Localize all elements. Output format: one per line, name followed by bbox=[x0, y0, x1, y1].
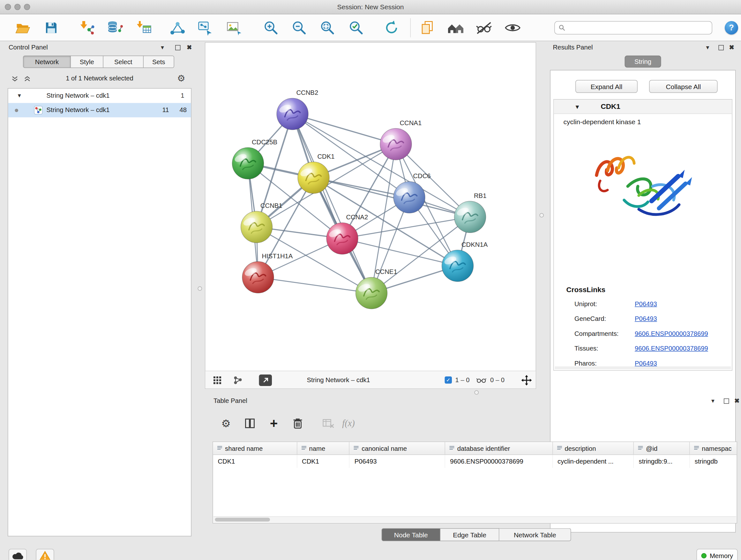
chevron-down-icon[interactable]: ▼ bbox=[575, 104, 580, 110]
search-input[interactable] bbox=[568, 24, 712, 32]
tab-select[interactable]: Select bbox=[104, 56, 144, 68]
network-node-cdkn1a[interactable]: CDKN1A bbox=[442, 241, 488, 282]
global-search-field[interactable] bbox=[554, 21, 712, 35]
open-in-window-button[interactable] bbox=[259, 371, 272, 389]
network-node-hist1h1a[interactable]: HIST1H1A bbox=[242, 253, 293, 294]
import-network-database-button[interactable] bbox=[106, 19, 124, 37]
cell-database-identifier[interactable]: 9606.ENSP00000378699 bbox=[445, 455, 553, 468]
zoom-in-button[interactable] bbox=[262, 19, 280, 37]
network-collection-row[interactable]: ▼ String Network – cdk1 1 bbox=[8, 89, 191, 103]
minimize-window-button[interactable] bbox=[14, 4, 21, 10]
column-header-canonical-name[interactable]: canonical name bbox=[350, 442, 445, 455]
close-panel-icon[interactable]: ✖ bbox=[729, 44, 734, 51]
add-column-button[interactable]: + bbox=[265, 415, 282, 432]
network-edge-ccne1-hist1h1a[interactable] bbox=[258, 277, 372, 294]
save-session-button[interactable] bbox=[42, 19, 60, 37]
expand-all-button[interactable]: Expand All bbox=[576, 80, 637, 93]
tab-sets[interactable]: Sets bbox=[144, 56, 174, 68]
show-all-button[interactable] bbox=[503, 19, 522, 37]
left-splitter-handle[interactable] bbox=[198, 287, 202, 291]
float-panel-icon[interactable] bbox=[724, 398, 729, 404]
close-panel-icon[interactable]: ✖ bbox=[734, 397, 739, 405]
copy-document-button[interactable] bbox=[418, 19, 436, 37]
protein-section-header[interactable]: ▼ CDK1 bbox=[554, 100, 732, 114]
show-columns-button[interactable] bbox=[241, 415, 259, 432]
selected-checkbox-icon[interactable]: ✓ bbox=[445, 376, 452, 384]
network-edge-ccna2-cdkn1a[interactable] bbox=[342, 239, 458, 266]
panel-menu-icon[interactable]: ▾ bbox=[711, 397, 715, 405]
network-view[interactable]: CCNB2CCNA1CDC25BCDK1CDC6RB1CCNB1CCNA2CDK… bbox=[205, 42, 536, 389]
uniprot-link[interactable]: P06493 bbox=[635, 300, 657, 308]
pan-mode-button[interactable] bbox=[522, 371, 532, 389]
column-header-database-identifier[interactable]: database identifier bbox=[445, 442, 553, 455]
network-node-cdc25b[interactable]: CDC25B bbox=[232, 138, 277, 179]
pharos-link[interactable]: P06493 bbox=[635, 360, 657, 367]
network-node-ccna1[interactable]: CCNA1 bbox=[380, 119, 421, 160]
zoom-fit-button[interactable] bbox=[319, 19, 337, 37]
table-row[interactable]: CDK1 CDK1 P06493 9606.ENSP00000378699 cy… bbox=[213, 455, 737, 468]
column-header-id[interactable]: @id bbox=[634, 442, 690, 455]
network-edge-ccnb2-ccna1[interactable] bbox=[293, 114, 396, 144]
tissues-link[interactable]: 9606.ENSP00000378699 bbox=[635, 345, 708, 352]
cell-description[interactable]: cyclin-dependent ... bbox=[553, 455, 634, 468]
network-node-ccnb2[interactable]: CCNB2 bbox=[277, 89, 318, 130]
network-edge-cdk1-rb1[interactable] bbox=[314, 178, 470, 217]
column-header-name[interactable]: name bbox=[297, 442, 350, 455]
string-home-button[interactable] bbox=[447, 19, 465, 37]
function-builder-button[interactable]: f(x) bbox=[340, 415, 357, 432]
apply-layout-button[interactable] bbox=[383, 19, 401, 37]
close-panel-icon[interactable]: ✖ bbox=[187, 44, 192, 51]
network-node-cdc6[interactable]: CDC6 bbox=[394, 172, 431, 213]
column-header-shared-name[interactable]: shared name bbox=[213, 442, 297, 455]
export-image-button[interactable] bbox=[225, 19, 243, 37]
zoom-selected-button[interactable] bbox=[347, 19, 365, 37]
birds-eye-view-button[interactable] bbox=[213, 371, 222, 389]
cell-name[interactable]: CDK1 bbox=[297, 455, 350, 468]
import-table-file-button[interactable] bbox=[135, 19, 153, 37]
tab-network-table[interactable]: Network Table bbox=[499, 528, 571, 542]
network-row-selected[interactable]: String Network – cdk1 11 48 bbox=[8, 103, 191, 118]
genecard-link[interactable]: P06493 bbox=[635, 315, 657, 322]
zoom-window-button[interactable] bbox=[24, 4, 30, 10]
tab-node-table[interactable]: Node Table bbox=[382, 528, 441, 542]
import-network-file-button[interactable] bbox=[77, 19, 96, 37]
float-panel-icon[interactable] bbox=[175, 45, 181, 51]
tab-style[interactable]: Style bbox=[71, 56, 104, 68]
column-header-namespace[interactable]: namespac bbox=[690, 442, 737, 455]
open-session-button[interactable] bbox=[13, 19, 31, 37]
right-splitter-handle[interactable] bbox=[540, 213, 544, 218]
collapse-all-button[interactable]: Collapse All bbox=[649, 80, 718, 93]
panel-menu-icon[interactable]: ▾ bbox=[706, 44, 710, 51]
network-edge-ccnb2-ccne1[interactable] bbox=[293, 114, 372, 293]
cloud-status-button[interactable] bbox=[9, 549, 27, 560]
scrollbar-thumb[interactable] bbox=[215, 518, 270, 522]
tab-network[interactable]: Network bbox=[23, 56, 71, 68]
cell-id[interactable]: stringdb:9... bbox=[634, 455, 690, 468]
help-button[interactable]: ? bbox=[725, 21, 738, 35]
hide-selection-button[interactable] bbox=[475, 19, 493, 37]
cell-namespace[interactable]: stringdb bbox=[690, 455, 737, 468]
horizontal-scrollbar[interactable] bbox=[213, 516, 736, 523]
column-header-description[interactable]: description bbox=[553, 442, 634, 455]
close-window-button[interactable] bbox=[5, 4, 11, 10]
network-style-button[interactable] bbox=[233, 371, 243, 389]
bottom-splitter-handle[interactable] bbox=[475, 390, 479, 395]
float-panel-icon[interactable] bbox=[719, 45, 724, 51]
network-options-gear-icon[interactable]: ⚙ bbox=[177, 73, 185, 83]
memory-button[interactable]: Memory bbox=[697, 549, 738, 560]
chevron-down-icon[interactable]: ▼ bbox=[17, 92, 22, 98]
panel-menu-icon[interactable]: ▾ bbox=[161, 44, 164, 51]
cell-shared-name[interactable]: CDK1 bbox=[213, 455, 297, 468]
cell-canonical-name[interactable]: P06493 bbox=[350, 455, 445, 468]
table-options-gear-icon[interactable]: ⚙ bbox=[217, 415, 234, 432]
compartments-link[interactable]: 9606.ENSP00000378699 bbox=[635, 330, 708, 337]
network-node-ccnb1[interactable]: CCNB1 bbox=[241, 202, 282, 243]
new-network-from-selection-button[interactable] bbox=[196, 19, 214, 37]
first-neighbors-button[interactable] bbox=[169, 19, 187, 37]
tab-string[interactable]: String bbox=[625, 56, 661, 68]
delete-column-button[interactable] bbox=[289, 415, 307, 432]
network-node-rb1[interactable]: RB1 bbox=[455, 192, 487, 233]
tab-edge-table[interactable]: Edge Table bbox=[441, 528, 499, 542]
warnings-button[interactable] bbox=[36, 549, 54, 560]
network-canvas[interactable]: CCNB2CCNA1CDC25BCDK1CDC6RB1CCNB1CCNA2CDK… bbox=[205, 43, 536, 371]
